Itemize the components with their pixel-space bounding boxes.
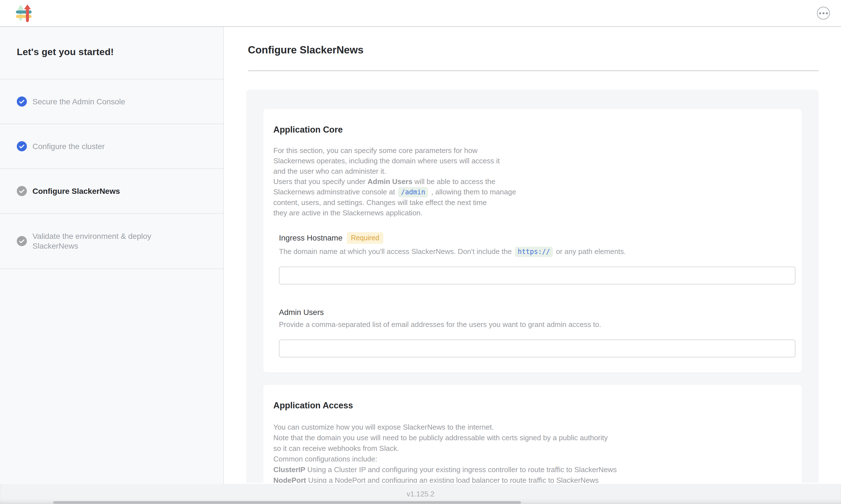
sidebar-heading-block: Let's get you started! xyxy=(0,27,223,79)
field-label: Ingress Hostname xyxy=(279,234,342,242)
text-line: content, users, and settings. Changes wi… xyxy=(273,197,789,208)
sidebar-step-1[interactable]: Secure the Admin Console xyxy=(0,79,223,124)
step-label: Validate the environment & deploy Slacke… xyxy=(33,231,185,251)
field-help: Provide a comma-separated list of email … xyxy=(279,320,789,330)
text-line: Users that you specify under Admin Users… xyxy=(273,177,789,187)
title-divider xyxy=(248,71,819,71)
sidebar-step-2[interactable]: Configure the cluster xyxy=(0,124,223,169)
core-fields: Ingress Hostname Required The domain nam… xyxy=(279,232,789,357)
setup-wizard-page: Let's get you started! Secure the Admin … xyxy=(0,0,841,484)
step-label: Configure the cluster xyxy=(33,142,105,151)
step-label: Secure the Admin Console xyxy=(33,97,125,107)
ellipsis-icon xyxy=(819,12,828,14)
card-description: You can customize how you will expose Sl… xyxy=(273,422,789,483)
text-line: Common configurations include: xyxy=(273,454,789,464)
text-line: You can customize how you will expose Sl… xyxy=(273,422,789,432)
horizontal-scrollbar-thumb[interactable] xyxy=(53,501,521,504)
check-icon xyxy=(17,141,27,151)
text-line: ClusterIP Using a Cluster IP and configu… xyxy=(273,464,789,475)
sidebar-heading: Let's get you started! xyxy=(17,47,207,57)
check-icon xyxy=(17,186,27,196)
check-icon xyxy=(17,96,27,107)
text-line: Provide a comma-separated list of email … xyxy=(279,320,789,330)
text-line: Slackernews operates, including the doma… xyxy=(273,156,789,166)
ingress-hostname-input[interactable] xyxy=(279,267,795,285)
text-line: The domain name at which you'll access S… xyxy=(279,247,789,257)
version-label: v1.125.2 xyxy=(407,490,434,499)
card-description: For this section, you can specify some c… xyxy=(273,145,789,218)
page-title: Configure SlackerNews xyxy=(248,44,841,56)
text-line: so it can receive webhooks from Slack. xyxy=(273,443,789,454)
field-label: Admin Users xyxy=(279,308,324,317)
step-label: Configure SlackerNews xyxy=(33,186,120,196)
application-access-card: Application Access You can customize how… xyxy=(263,385,802,483)
slackernews-logo xyxy=(16,4,32,22)
overflow-menu-button[interactable] xyxy=(817,7,830,20)
check-icon xyxy=(17,236,27,246)
topbar xyxy=(0,0,841,27)
text-line: and the user who can administer it. xyxy=(273,166,789,177)
field-admin-users: Admin Users Provide a comma-separated li… xyxy=(279,308,789,357)
sidebar-step-4[interactable]: Validate the environment & deploy Slacke… xyxy=(0,214,223,269)
field-ingress-hostname: Ingress Hostname Required The domain nam… xyxy=(279,232,789,285)
text-line: Note that the domain you use will need t… xyxy=(273,432,789,443)
admin-users-input[interactable] xyxy=(279,340,795,357)
code-snippet: https:// xyxy=(515,247,553,257)
code-snippet: /admin xyxy=(398,187,428,197)
text-line: NodePort Using a NodePort and configurin… xyxy=(273,475,789,483)
main-content: Configure SlackerNews Application Core F… xyxy=(224,27,841,484)
card-title: Application Access xyxy=(273,400,789,411)
required-badge: Required xyxy=(347,232,383,244)
text-line: For this section, you can specify some c… xyxy=(273,145,789,156)
config-panel: Application Core For this section, you c… xyxy=(246,90,819,483)
text-line: they are active in the Slackernews appli… xyxy=(273,208,789,218)
application-core-card: Application Core For this section, you c… xyxy=(263,109,802,373)
setup-steps-sidebar: Let's get you started! Secure the Admin … xyxy=(0,27,224,484)
card-title: Application Core xyxy=(273,125,789,135)
setup-steps-list: Secure the Admin ConsoleConfigure the cl… xyxy=(0,79,223,269)
sidebar-step-3[interactable]: Configure SlackerNews xyxy=(0,169,223,214)
field-help: The domain name at which you'll access S… xyxy=(279,247,789,257)
text-line: Slackernews adminstrative console at /ad… xyxy=(273,187,789,197)
